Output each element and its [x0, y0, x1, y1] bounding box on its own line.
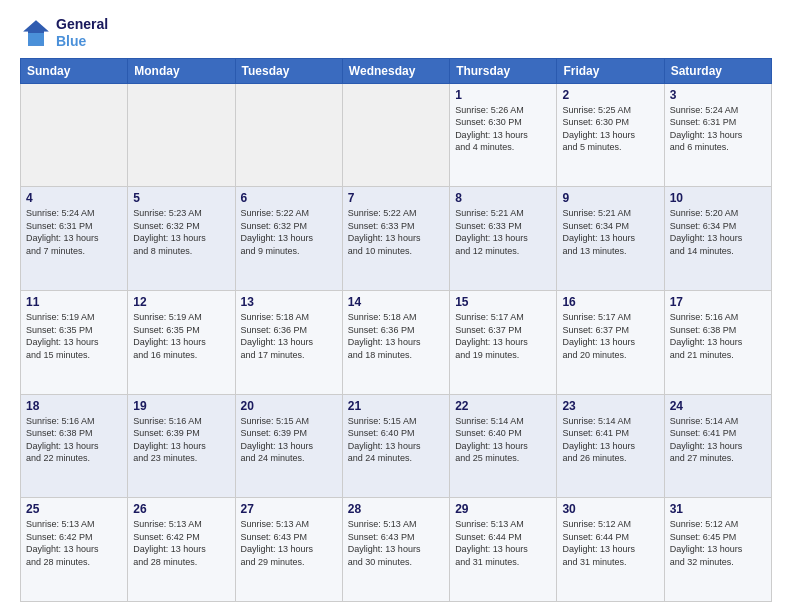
header-tuesday: Tuesday	[235, 58, 342, 83]
day-cell	[235, 83, 342, 187]
week-row-2: 4Sunrise: 5:24 AMSunset: 6:31 PMDaylight…	[21, 187, 772, 291]
day-info: Sunrise: 5:19 AMSunset: 6:35 PMDaylight:…	[133, 311, 229, 361]
day-info: Sunrise: 5:18 AMSunset: 6:36 PMDaylight:…	[241, 311, 337, 361]
svg-marker-1	[23, 20, 49, 33]
day-info: Sunrise: 5:12 AMSunset: 6:44 PMDaylight:…	[562, 518, 658, 568]
day-info: Sunrise: 5:25 AMSunset: 6:30 PMDaylight:…	[562, 104, 658, 154]
day-cell: 28Sunrise: 5:13 AMSunset: 6:43 PMDayligh…	[342, 498, 449, 602]
day-number: 9	[562, 191, 658, 205]
day-number: 2	[562, 88, 658, 102]
day-cell: 14Sunrise: 5:18 AMSunset: 6:36 PMDayligh…	[342, 290, 449, 394]
day-info: Sunrise: 5:13 AMSunset: 6:42 PMDaylight:…	[133, 518, 229, 568]
day-number: 1	[455, 88, 551, 102]
header-friday: Friday	[557, 58, 664, 83]
day-cell: 4Sunrise: 5:24 AMSunset: 6:31 PMDaylight…	[21, 187, 128, 291]
day-number: 22	[455, 399, 551, 413]
day-cell: 1Sunrise: 5:26 AMSunset: 6:30 PMDaylight…	[450, 83, 557, 187]
day-number: 24	[670, 399, 766, 413]
day-number: 11	[26, 295, 122, 309]
week-row-3: 11Sunrise: 5:19 AMSunset: 6:35 PMDayligh…	[21, 290, 772, 394]
day-cell: 19Sunrise: 5:16 AMSunset: 6:39 PMDayligh…	[128, 394, 235, 498]
day-cell	[342, 83, 449, 187]
day-info: Sunrise: 5:19 AMSunset: 6:35 PMDaylight:…	[26, 311, 122, 361]
day-number: 5	[133, 191, 229, 205]
day-cell: 15Sunrise: 5:17 AMSunset: 6:37 PMDayligh…	[450, 290, 557, 394]
day-cell: 7Sunrise: 5:22 AMSunset: 6:33 PMDaylight…	[342, 187, 449, 291]
day-cell: 13Sunrise: 5:18 AMSunset: 6:36 PMDayligh…	[235, 290, 342, 394]
week-row-4: 18Sunrise: 5:16 AMSunset: 6:38 PMDayligh…	[21, 394, 772, 498]
day-cell: 10Sunrise: 5:20 AMSunset: 6:34 PMDayligh…	[664, 187, 771, 291]
day-cell: 18Sunrise: 5:16 AMSunset: 6:38 PMDayligh…	[21, 394, 128, 498]
day-number: 7	[348, 191, 444, 205]
day-cell: 12Sunrise: 5:19 AMSunset: 6:35 PMDayligh…	[128, 290, 235, 394]
day-info: Sunrise: 5:24 AMSunset: 6:31 PMDaylight:…	[670, 104, 766, 154]
calendar-body: 1Sunrise: 5:26 AMSunset: 6:30 PMDaylight…	[21, 83, 772, 601]
day-number: 18	[26, 399, 122, 413]
day-info: Sunrise: 5:24 AMSunset: 6:31 PMDaylight:…	[26, 207, 122, 257]
day-info: Sunrise: 5:15 AMSunset: 6:40 PMDaylight:…	[348, 415, 444, 465]
week-row-1: 1Sunrise: 5:26 AMSunset: 6:30 PMDaylight…	[21, 83, 772, 187]
day-cell: 2Sunrise: 5:25 AMSunset: 6:30 PMDaylight…	[557, 83, 664, 187]
day-info: Sunrise: 5:17 AMSunset: 6:37 PMDaylight:…	[455, 311, 551, 361]
day-cell: 27Sunrise: 5:13 AMSunset: 6:43 PMDayligh…	[235, 498, 342, 602]
day-cell: 20Sunrise: 5:15 AMSunset: 6:39 PMDayligh…	[235, 394, 342, 498]
day-number: 12	[133, 295, 229, 309]
header-thursday: Thursday	[450, 58, 557, 83]
day-info: Sunrise: 5:18 AMSunset: 6:36 PMDaylight:…	[348, 311, 444, 361]
day-cell	[21, 83, 128, 187]
page: General Blue SundayMondayTuesdayWednesda…	[0, 0, 792, 612]
day-cell: 25Sunrise: 5:13 AMSunset: 6:42 PMDayligh…	[21, 498, 128, 602]
day-number: 4	[26, 191, 122, 205]
calendar: SundayMondayTuesdayWednesdayThursdayFrid…	[20, 58, 772, 602]
day-info: Sunrise: 5:16 AMSunset: 6:39 PMDaylight:…	[133, 415, 229, 465]
day-info: Sunrise: 5:13 AMSunset: 6:44 PMDaylight:…	[455, 518, 551, 568]
header-wednesday: Wednesday	[342, 58, 449, 83]
day-number: 25	[26, 502, 122, 516]
day-cell: 3Sunrise: 5:24 AMSunset: 6:31 PMDaylight…	[664, 83, 771, 187]
svg-rect-2	[28, 33, 44, 46]
day-info: Sunrise: 5:14 AMSunset: 6:41 PMDaylight:…	[670, 415, 766, 465]
logo: General Blue	[20, 16, 108, 50]
day-info: Sunrise: 5:13 AMSunset: 6:42 PMDaylight:…	[26, 518, 122, 568]
day-number: 26	[133, 502, 229, 516]
day-info: Sunrise: 5:21 AMSunset: 6:34 PMDaylight:…	[562, 207, 658, 257]
day-number: 29	[455, 502, 551, 516]
day-info: Sunrise: 5:14 AMSunset: 6:40 PMDaylight:…	[455, 415, 551, 465]
day-cell: 24Sunrise: 5:14 AMSunset: 6:41 PMDayligh…	[664, 394, 771, 498]
day-info: Sunrise: 5:13 AMSunset: 6:43 PMDaylight:…	[348, 518, 444, 568]
day-cell: 11Sunrise: 5:19 AMSunset: 6:35 PMDayligh…	[21, 290, 128, 394]
day-number: 27	[241, 502, 337, 516]
day-cell: 5Sunrise: 5:23 AMSunset: 6:32 PMDaylight…	[128, 187, 235, 291]
day-number: 21	[348, 399, 444, 413]
day-number: 3	[670, 88, 766, 102]
logo-text: General Blue	[56, 16, 108, 50]
day-info: Sunrise: 5:15 AMSunset: 6:39 PMDaylight:…	[241, 415, 337, 465]
day-info: Sunrise: 5:23 AMSunset: 6:32 PMDaylight:…	[133, 207, 229, 257]
day-number: 31	[670, 502, 766, 516]
day-cell: 21Sunrise: 5:15 AMSunset: 6:40 PMDayligh…	[342, 394, 449, 498]
day-number: 19	[133, 399, 229, 413]
day-number: 13	[241, 295, 337, 309]
day-info: Sunrise: 5:22 AMSunset: 6:32 PMDaylight:…	[241, 207, 337, 257]
day-cell: 23Sunrise: 5:14 AMSunset: 6:41 PMDayligh…	[557, 394, 664, 498]
day-cell: 8Sunrise: 5:21 AMSunset: 6:33 PMDaylight…	[450, 187, 557, 291]
day-info: Sunrise: 5:14 AMSunset: 6:41 PMDaylight:…	[562, 415, 658, 465]
day-cell: 29Sunrise: 5:13 AMSunset: 6:44 PMDayligh…	[450, 498, 557, 602]
day-number: 16	[562, 295, 658, 309]
day-number: 8	[455, 191, 551, 205]
day-cell: 22Sunrise: 5:14 AMSunset: 6:40 PMDayligh…	[450, 394, 557, 498]
day-info: Sunrise: 5:12 AMSunset: 6:45 PMDaylight:…	[670, 518, 766, 568]
day-info: Sunrise: 5:22 AMSunset: 6:33 PMDaylight:…	[348, 207, 444, 257]
day-info: Sunrise: 5:13 AMSunset: 6:43 PMDaylight:…	[241, 518, 337, 568]
header: General Blue	[20, 16, 772, 50]
header-row: SundayMondayTuesdayWednesdayThursdayFrid…	[21, 58, 772, 83]
day-cell: 30Sunrise: 5:12 AMSunset: 6:44 PMDayligh…	[557, 498, 664, 602]
day-number: 14	[348, 295, 444, 309]
day-cell: 26Sunrise: 5:13 AMSunset: 6:42 PMDayligh…	[128, 498, 235, 602]
day-info: Sunrise: 5:26 AMSunset: 6:30 PMDaylight:…	[455, 104, 551, 154]
day-number: 28	[348, 502, 444, 516]
day-cell: 31Sunrise: 5:12 AMSunset: 6:45 PMDayligh…	[664, 498, 771, 602]
day-number: 17	[670, 295, 766, 309]
day-number: 6	[241, 191, 337, 205]
day-info: Sunrise: 5:17 AMSunset: 6:37 PMDaylight:…	[562, 311, 658, 361]
